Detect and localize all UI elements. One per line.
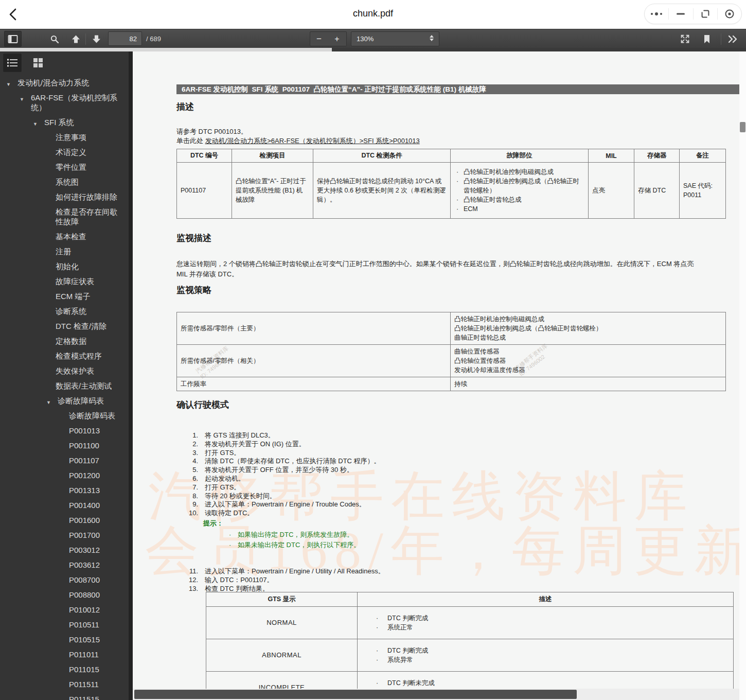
tree-item-label: 注意事项 — [56, 133, 86, 142]
sidebar-tree-item[interactable]: 数据表/主动测试 — [0, 378, 129, 393]
tree-expand-arrow-icon[interactable]: ▼ — [6, 80, 11, 90]
sidebar-tree-item[interactable]: P008800 — [0, 587, 129, 602]
sidebar-tree-item[interactable]: DTC 检查/清除 — [0, 319, 129, 334]
dtc-code-cell: P001107 — [177, 163, 232, 219]
thumbnails-grid-icon — [33, 58, 43, 68]
sidebar-tree-item[interactable]: P001107 — [0, 453, 129, 468]
sidebar-tree-item[interactable]: 基本检查 — [0, 229, 129, 244]
sidebar-tree-item[interactable]: P010515 — [0, 632, 129, 647]
horizontal-scrollbar[interactable] — [133, 689, 739, 700]
sidebar-tree-item[interactable]: P001313 — [0, 483, 129, 498]
zoom-level-select[interactable]: 130% — [351, 31, 439, 46]
section-heading-describe: 描述 — [176, 101, 194, 113]
sidebar-tree-item[interactable]: 定格数据 — [0, 334, 129, 348]
tree-item-label: P001400 — [69, 501, 100, 510]
sidebar-tree-item[interactable]: 失效保护表 — [0, 363, 129, 378]
previous-page-button[interactable] — [68, 32, 83, 46]
more-options-button[interactable] — [645, 4, 668, 24]
step-text: 清除 DTC（即使未存储 DTC，也应执行清除 DTC 程序）。 — [205, 457, 381, 466]
zoom-out-button[interactable]: − — [310, 31, 328, 46]
bullet-item: ·系统异常 — [358, 655, 730, 664]
sidebar-tree-item[interactable]: ▼SFI 系统 — [0, 115, 129, 130]
secondary-toolbar-button[interactable] — [724, 32, 741, 46]
sidebar-tree-item[interactable]: 注意事项 — [0, 130, 129, 145]
vertical-scrollbar-thumb[interactable] — [740, 122, 745, 132]
sidebar-view-buttons — [0, 51, 129, 75]
page-number-input[interactable] — [108, 31, 142, 46]
sidebar-tree-item[interactable]: 诊断系统 — [0, 304, 129, 319]
sidebar-tree-item[interactable]: 零件位置 — [0, 160, 129, 174]
search-icon — [50, 34, 59, 44]
sidebar-tree-item[interactable]: 初始化 — [0, 259, 129, 274]
search-button[interactable] — [47, 32, 62, 46]
tree-expand-arrow-icon[interactable]: ▼ — [20, 95, 24, 104]
tree-item-label: P008700 — [69, 575, 100, 584]
next-page-button[interactable] — [89, 32, 103, 46]
sidebar-tree-item[interactable]: 诊断故障码表 — [0, 408, 129, 423]
sidebar-tree-item[interactable]: P003612 — [0, 557, 129, 572]
sidebar-tree-item[interactable]: P011515 — [0, 692, 129, 700]
table-row: 所需传感器/零部件（相关） 曲轴位置传感器凸轮轴位置传感器发动机冷却液温度传感器 — [177, 345, 726, 377]
sidebar-tree-item[interactable]: 故障症状表 — [0, 274, 129, 289]
loading-progress-fill — [0, 48, 332, 51]
sidebar-tree-item[interactable]: ECM 端子 — [0, 289, 129, 304]
minimize-button[interactable] — [669, 4, 692, 24]
outline-list-icon — [7, 58, 18, 67]
sidebar-tree-item[interactable]: 检查模式程序 — [0, 348, 129, 363]
tree-item-label: P001313 — [69, 486, 100, 495]
presentation-mode-button[interactable] — [677, 32, 692, 46]
reference-line: 请参考 DTC P001013。 — [176, 127, 247, 136]
breadcrumb-link[interactable]: 发动机/混合动力系统>6AR-FSE（发动机控制系统）>SFI 系统>P0010… — [205, 137, 420, 145]
step-number: 12. — [182, 576, 198, 585]
sidebar-tree-item[interactable]: 检查是否存在间歇性故障 — [0, 204, 129, 229]
sidebar-tree-item[interactable]: P011511 — [0, 677, 129, 692]
sidebar-tree-item[interactable]: P010511 — [0, 617, 129, 632]
bullet-item: ·凸轮轴正时机油控制阀总成（凸轮轴正时齿轮螺栓） — [454, 177, 584, 195]
sidebar-tree-item[interactable]: 术语定义 — [0, 145, 129, 160]
sidebar-tree-item[interactable]: P001013 — [0, 423, 129, 438]
sidebar-resizer[interactable] — [129, 51, 133, 700]
sidebar-tree-item[interactable]: ▼诊断故障码表 — [0, 393, 129, 408]
tree-item-label: P011011 — [69, 650, 99, 659]
tree-item-label: DTC 检查/清除 — [56, 322, 106, 330]
tree-item-label: 检查是否存在间歇性故障 — [56, 207, 117, 226]
zoom-in-button[interactable]: + — [328, 31, 347, 46]
tree-item-label: P001600 — [69, 516, 100, 524]
bullet-dot: · — [229, 540, 231, 550]
horizontal-scrollbar-thumb[interactable] — [134, 690, 577, 699]
tree-item-label: P001013 — [69, 426, 100, 435]
sidebar-tree-item[interactable]: P001100 — [0, 438, 129, 453]
sidebar-tree-item[interactable]: 系统图 — [0, 174, 129, 189]
sidebar-tree-item[interactable]: 注册 — [0, 244, 129, 259]
bookmark-button[interactable] — [700, 32, 714, 46]
thumbnails-view-button[interactable] — [29, 54, 47, 72]
sidebar-tree-item[interactable]: P010012 — [0, 602, 129, 617]
sidebar-tree-item[interactable]: P001600 — [0, 513, 129, 528]
vertical-scrollbar[interactable] — [739, 51, 746, 700]
table-row: 工作频率 持续 — [177, 377, 726, 391]
gts-display-cell: ABNORMAL — [206, 639, 358, 672]
sidebar-tree-item[interactable]: P001700 — [0, 528, 129, 542]
tree-item-label: P011015 — [69, 665, 99, 674]
home-record-button[interactable] — [718, 4, 741, 24]
tree-expand-arrow-icon[interactable]: ▼ — [46, 398, 51, 408]
table-row: P001107 凸轮轴位置“A”- 正时过于提前或系统性能 (B1) 机械故障 … — [177, 163, 726, 219]
table-header-row: GTS 显示 描述 — [206, 592, 734, 607]
outline-view-button[interactable] — [3, 54, 22, 72]
sidebar-tree-item[interactable]: P011015 — [0, 662, 129, 677]
sidebar-tree-item[interactable]: P001200 — [0, 468, 129, 483]
sidebar-tree-item[interactable]: P003012 — [0, 542, 129, 557]
procedure-step: 6.起动发动机。 — [182, 475, 381, 483]
sidebar-tree-item[interactable]: 如何进行故障排除 — [0, 189, 129, 204]
sidebar-tree-item[interactable]: P011011 — [0, 647, 129, 662]
sidebar-tree-item[interactable]: P008700 — [0, 572, 129, 587]
restore-window-button[interactable] — [694, 4, 717, 24]
tree-item-label: ECM 端子 — [56, 292, 91, 301]
strategy-value-cell: 曲轴位置传感器凸轮轴位置传感器发动机冷却液温度传感器 — [451, 345, 726, 377]
sidebar-tree-item[interactable]: P001400 — [0, 498, 129, 513]
sidebar-tree-item[interactable]: ▼6AR-FSE（发动机控制系统） — [0, 90, 129, 115]
sidebar-toggle-button[interactable] — [4, 31, 22, 47]
tree-expand-arrow-icon[interactable]: ▼ — [33, 119, 38, 129]
value-line: 发动机冷却液温度传感器 — [454, 365, 722, 375]
sidebar-tree-item[interactable]: ▼发动机/混合动力系统 — [0, 75, 129, 90]
